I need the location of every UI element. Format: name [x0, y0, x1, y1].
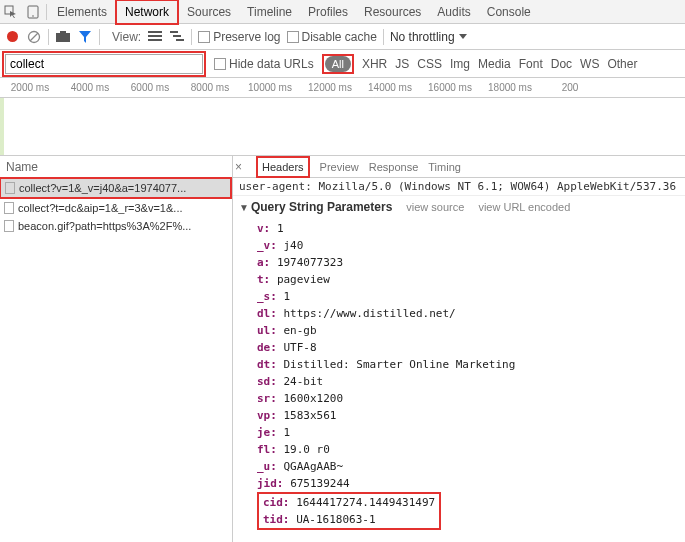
request-name: beacon.gif?path=https%3A%2F%...	[18, 220, 191, 232]
tab-timeline[interactable]: Timeline	[239, 1, 300, 23]
query-string-section-header[interactable]: ▼Query String Parameters view source vie…	[233, 196, 685, 218]
param-_s: _s: 1	[257, 288, 685, 305]
throttling-label: No throttling	[390, 30, 455, 44]
filter-type-all[interactable]: All	[325, 56, 351, 72]
user-agent-header: user-agent: Mozilla/5.0 (Windows NT 6.1;…	[233, 178, 685, 196]
request-row[interactable]: collect?t=dc&aip=1&_r=3&v=1&...	[0, 199, 232, 217]
disclosure-triangle-icon: ▼	[239, 202, 249, 213]
timeline-tick: 10000 ms	[240, 82, 300, 93]
param-ul: ul: en-gb	[257, 322, 685, 339]
timeline-tick: 4000 ms	[60, 82, 120, 93]
param-v: v: 1	[257, 220, 685, 237]
param-je: je: 1	[257, 424, 685, 441]
tab-audits[interactable]: Audits	[429, 1, 478, 23]
column-header-name[interactable]: Name	[0, 156, 232, 178]
filter-type-ws[interactable]: WS	[580, 57, 599, 71]
filter-bar: Hide data URLs All XHR JS CSS Img Media …	[0, 50, 685, 78]
hide-data-urls-checkbox[interactable]: Hide data URLs	[214, 57, 314, 71]
svg-rect-5	[56, 33, 70, 42]
document-icon	[4, 220, 14, 232]
tab-console[interactable]: Console	[479, 1, 539, 23]
request-list-pane: Name collect?v=1&_v=j40&a=1974077... col…	[0, 156, 233, 542]
param-_v: _v: j40	[257, 237, 685, 254]
svg-rect-6	[60, 31, 66, 34]
detail-tab-preview[interactable]: Preview	[320, 161, 359, 173]
filter-type-xhr[interactable]: XHR	[362, 57, 387, 71]
svg-rect-12	[176, 39, 184, 41]
filter-type-doc[interactable]: Doc	[551, 57, 572, 71]
param-t: t: pageview	[257, 271, 685, 288]
tab-profiles[interactable]: Profiles	[300, 1, 356, 23]
view-list-icon[interactable]	[147, 29, 163, 45]
waterfall-overview[interactable]	[0, 98, 685, 156]
view-source-link[interactable]: view source	[406, 201, 464, 213]
tab-sources[interactable]: Sources	[179, 1, 239, 23]
filter-type-media[interactable]: Media	[478, 57, 511, 71]
svg-rect-11	[173, 35, 181, 37]
timeline-tick: 6000 ms	[120, 82, 180, 93]
record-button[interactable]	[4, 29, 20, 45]
detail-tabs: × Headers Preview Response Timing	[233, 156, 685, 178]
param-a: a: 1974077323	[257, 254, 685, 271]
document-icon	[4, 202, 14, 214]
param-jid: jid: 675139244	[257, 475, 685, 492]
view-waterfall-icon[interactable]	[169, 29, 185, 45]
filter-type-other[interactable]: Other	[607, 57, 637, 71]
svg-point-2	[32, 15, 34, 17]
svg-rect-10	[170, 31, 178, 33]
filter-input[interactable]	[5, 54, 203, 74]
filter-type-css[interactable]: CSS	[417, 57, 442, 71]
hide-data-label: Hide data URLs	[229, 57, 314, 71]
throttling-select[interactable]: No throttling	[390, 30, 467, 44]
preserve-log-checkbox[interactable]: Preserve log	[198, 30, 280, 44]
svg-rect-7	[148, 31, 162, 33]
param-fl: fl: 19.0 r0	[257, 441, 685, 458]
timeline-tick: 12000 ms	[300, 82, 360, 93]
disable-cache-label: Disable cache	[302, 30, 377, 44]
request-row[interactable]: beacon.gif?path=https%3A%2F%...	[0, 217, 232, 235]
devtools-tabbar: Elements Network Sources Timeline Profil…	[0, 0, 685, 24]
param-dt: dt: Distilled: Smarter Online Marketing	[257, 356, 685, 373]
device-icon[interactable]	[22, 1, 44, 23]
request-detail-pane: × Headers Preview Response Timing user-a…	[233, 156, 685, 542]
detail-tab-headers[interactable]: Headers	[262, 161, 304, 173]
param-vp: vp: 1583x561	[257, 407, 685, 424]
timeline-ruler: 2000 ms 4000 ms 6000 ms 8000 ms 10000 ms…	[0, 78, 685, 98]
filter-type-js[interactable]: JS	[395, 57, 409, 71]
network-toolbar: View: Preserve log Disable cache No thro…	[0, 24, 685, 50]
timeline-tick: 2000 ms	[0, 82, 60, 93]
capture-icon[interactable]	[55, 29, 71, 45]
tab-elements[interactable]: Elements	[49, 1, 115, 23]
param-de: de: UTF-8	[257, 339, 685, 356]
clear-button[interactable]	[26, 29, 42, 45]
tab-network[interactable]: Network	[115, 0, 179, 25]
disable-cache-checkbox[interactable]: Disable cache	[287, 30, 377, 44]
view-label: View:	[112, 30, 141, 44]
query-params: v: 1_v: j40a: 1974077323t: pageview_s: 1…	[233, 218, 685, 536]
qs-title: Query String Parameters	[251, 200, 392, 214]
timeline-tick: 8000 ms	[180, 82, 240, 93]
inspect-icon[interactable]	[0, 1, 22, 23]
param-tid: tid: UA-1618063-1	[263, 511, 435, 528]
param-dl: dl: https://www.distilled.net/	[257, 305, 685, 322]
svg-rect-8	[148, 35, 162, 37]
svg-rect-9	[148, 39, 162, 41]
filter-type-font[interactable]: Font	[519, 57, 543, 71]
timeline-tick: 16000 ms	[420, 82, 480, 93]
param-sd: sd: 24-bit	[257, 373, 685, 390]
timeline-tick: 18000 ms	[480, 82, 540, 93]
timeline-tick: 200	[540, 82, 600, 93]
request-row[interactable]: collect?v=1&_v=j40&a=1974077...	[1, 179, 230, 197]
filter-icon[interactable]	[77, 29, 93, 45]
param-cid: cid: 1644417274.1449431497	[263, 494, 435, 511]
tab-resources[interactable]: Resources	[356, 1, 429, 23]
request-name: collect?t=dc&aip=1&_r=3&v=1&...	[18, 202, 183, 214]
view-url-encoded-link[interactable]: view URL encoded	[478, 201, 570, 213]
detail-tab-timing[interactable]: Timing	[428, 161, 461, 173]
document-icon	[5, 182, 15, 194]
detail-tab-response[interactable]: Response	[369, 161, 419, 173]
close-detail-icon[interactable]: ×	[235, 160, 242, 174]
filter-type-img[interactable]: Img	[450, 57, 470, 71]
svg-line-4	[30, 33, 38, 41]
param-_u: _u: QGAAgAAB~	[257, 458, 685, 475]
